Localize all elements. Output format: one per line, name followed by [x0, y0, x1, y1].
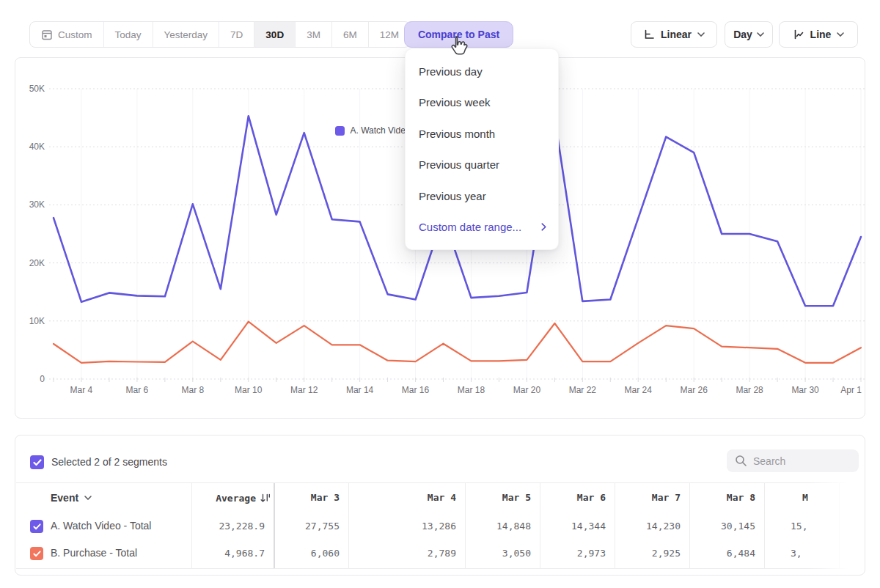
cell-value: 14,344	[540, 512, 615, 540]
selected-segments-label: Selected 2 of 2 segments	[51, 456, 167, 468]
search-box	[727, 449, 859, 472]
scale-label: Linear	[661, 29, 692, 40]
menu-item-previous-quarter[interactable]: Previous quarter	[406, 150, 558, 181]
segment-name: A. Watch Video - Total	[51, 512, 151, 540]
x-axis-tick-label: Mar 22	[560, 385, 604, 396]
chevron-right-icon	[541, 223, 546, 231]
range-button-yesterday[interactable]: Yesterday	[153, 22, 219, 47]
analytics-dashboard: CustomTodayYesterday7D30D3M6M12M Compare…	[0, 0, 880, 588]
cell-value: 27,755	[274, 512, 348, 540]
column-header-mar-7[interactable]: Mar 7	[615, 483, 689, 512]
range-label: 6M	[343, 29, 357, 40]
menu-item-previous-week[interactable]: Previous week	[406, 87, 558, 119]
cell-value: 2,789	[348, 540, 465, 567]
y-axis-tick-label: 10K	[15, 315, 45, 327]
table-row-a-watch-video-total[interactable]: A. Watch Video - Total23,228.927,75513,2…	[15, 512, 865, 540]
y-axis-tick-label: 20K	[15, 257, 45, 269]
row-checkbox[interactable]	[30, 520, 43, 533]
menu-item-custom-date-range[interactable]: Custom date range...	[406, 212, 558, 243]
x-axis-tick-label: Mar 26	[672, 385, 716, 396]
column-header-mar-6[interactable]: Mar 6	[540, 483, 615, 512]
range-button-6m[interactable]: 6M	[331, 22, 368, 47]
segment-name: B. Purchase - Total	[51, 540, 137, 567]
cell-value: 2,925	[615, 540, 689, 567]
custom-date-range-label: Custom date range...	[419, 221, 521, 233]
cell-value: 13,286	[348, 512, 465, 540]
table-divider	[16, 568, 864, 569]
cell-value: 14,230	[615, 512, 689, 540]
cell-value: 3,050	[465, 540, 540, 567]
x-axis-tick-label: Mar 30	[783, 385, 827, 396]
column-header-mar-3[interactable]: Mar 3	[274, 483, 348, 512]
x-axis-tick-label: Mar 20	[505, 385, 549, 396]
y-axis-tick-label: 0	[15, 373, 45, 385]
cell-value: 6,484	[689, 540, 764, 567]
range-label: Today	[115, 29, 142, 40]
x-axis-tick-label: Mar 14	[338, 385, 382, 396]
compare-to-past-button[interactable]: Compare to Past	[404, 21, 513, 48]
x-axis-tick-label: Mar 6	[115, 385, 159, 396]
series-line-b-purchase-total[interactable]	[54, 322, 861, 363]
range-button-today[interactable]: Today	[103, 22, 153, 47]
range-label: 12M	[380, 29, 399, 40]
select-all-checkbox[interactable]	[30, 455, 44, 469]
range-label: 7D	[230, 29, 243, 40]
range-button-30d[interactable]: 30D	[254, 22, 295, 47]
check-icon	[33, 551, 41, 557]
average-value: 23,228.9	[191, 512, 274, 540]
chart-type-dropdown-button[interactable]: Line	[779, 21, 858, 48]
x-axis-tick-label: Mar 8	[171, 385, 215, 396]
column-divider	[615, 483, 615, 568]
chevron-down-icon	[757, 32, 764, 37]
y-axis-tick-label: 40K	[15, 141, 45, 152]
row-checkbox[interactable]	[30, 547, 43, 560]
column-divider	[191, 483, 192, 568]
menu-item-previous-day[interactable]: Previous day	[406, 56, 558, 87]
column-header-mar-8[interactable]: Mar 8	[689, 483, 764, 512]
x-axis-tick-label: Mar 24	[616, 385, 660, 396]
x-axis-tick-label: Apr 1	[829, 385, 862, 396]
scale-dropdown-button[interactable]: Linear	[631, 21, 717, 48]
chevron-down-icon	[697, 32, 705, 37]
search-icon	[735, 455, 747, 467]
range-label: 30D	[265, 29, 284, 40]
table-right-fade	[807, 482, 865, 569]
check-icon	[33, 459, 42, 466]
average-value: 4,968.7	[191, 540, 274, 567]
interval-label: Day	[733, 29, 752, 40]
chevron-down-icon	[837, 32, 844, 37]
cell-value: 6,060	[274, 540, 348, 567]
menu-item-previous-year[interactable]: Previous year	[406, 180, 558, 212]
compare-to-past-menu: Previous dayPrevious weekPrevious monthP…	[405, 48, 559, 250]
cell-value: 2,973	[540, 540, 615, 567]
interval-dropdown-button[interactable]: Day	[725, 21, 773, 48]
menu-item-previous-month[interactable]: Previous month	[406, 118, 558, 150]
legend-swatch-purple	[335, 126, 345, 136]
check-icon	[33, 523, 41, 530]
table-row-b-purchase-total[interactable]: B. Purchase - Total4,968.76,0602,7893,05…	[15, 540, 865, 567]
x-axis-tick-label: Mar 10	[227, 385, 271, 396]
column-divider	[764, 483, 765, 568]
x-axis-tick-label: Mar 4	[59, 385, 103, 396]
range-button-3m[interactable]: 3M	[295, 22, 331, 47]
date-range-segmented-control: CustomTodayYesterday7D30D3M6M12M	[29, 21, 411, 48]
column-divider	[348, 483, 349, 568]
x-axis-tick-label: Mar 28	[727, 385, 771, 396]
linear-axis-icon	[643, 29, 655, 40]
column-divider	[274, 483, 275, 568]
chevron-down-icon	[84, 496, 92, 500]
column-divider	[540, 483, 540, 568]
column-divider	[465, 483, 466, 568]
range-button-7d[interactable]: 7D	[219, 22, 254, 47]
chart-type-label: Line	[810, 29, 832, 40]
column-header-mar-4[interactable]: Mar 4	[348, 483, 465, 512]
x-axis-tick-label: Mar 18	[449, 385, 493, 396]
range-button-custom[interactable]: Custom	[30, 22, 103, 47]
column-header-event[interactable]: Event	[51, 483, 92, 512]
x-axis-tick-label: Mar 16	[394, 385, 438, 396]
range-label: Yesterday	[164, 29, 208, 40]
column-header-mar-5[interactable]: Mar 5	[465, 483, 540, 512]
column-header-average[interactable]: Average	[191, 483, 274, 512]
x-axis-tick-label: Mar 12	[282, 385, 326, 396]
column-divider	[689, 483, 690, 568]
